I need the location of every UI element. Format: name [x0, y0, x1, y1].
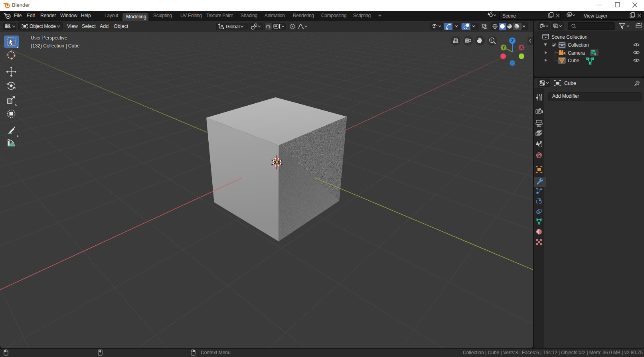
- svg-text:Camera: Camera: [568, 50, 585, 56]
- svg-text:X: X: [520, 45, 523, 50]
- svg-text:Collection: Collection: [568, 42, 589, 48]
- svg-text:View Layer: View Layer: [584, 13, 607, 19]
- svg-text:View: View: [67, 24, 78, 29]
- svg-text:Z: Z: [511, 39, 514, 43]
- svg-text:Scene Collection: Scene Collection: [551, 34, 587, 40]
- svg-text:Scene: Scene: [502, 13, 516, 19]
- svg-text:Add: Add: [100, 24, 109, 29]
- svg-text:Cube: Cube: [564, 81, 576, 86]
- svg-text:Object Mode: Object Mode: [30, 24, 56, 29]
- svg-text:Object: Object: [114, 24, 128, 29]
- svg-text:Global: Global: [226, 24, 240, 30]
- svg-text:Cube: Cube: [568, 58, 579, 63]
- svg-text:Select: Select: [82, 24, 96, 29]
- svg-text:Y: Y: [502, 45, 505, 50]
